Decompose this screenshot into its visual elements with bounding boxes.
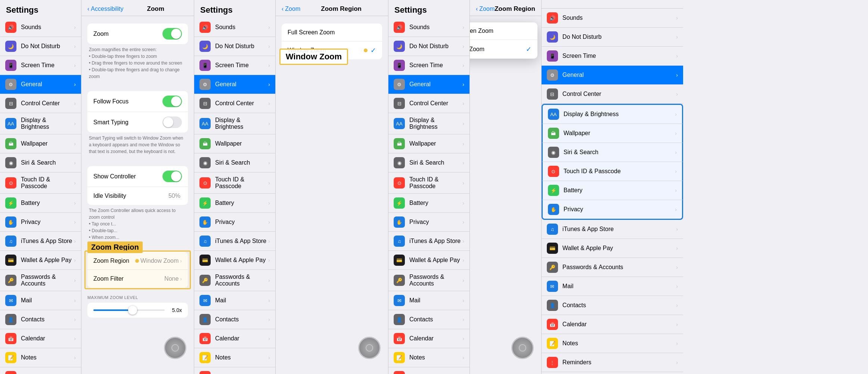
sidebar-item-control-center[interactable]: ⊟Control Center› bbox=[0, 94, 81, 113]
overlay-item-reminders[interactable]: ⋮Reminders› bbox=[542, 353, 683, 372]
follow-focus-row[interactable]: Follow Focus bbox=[87, 91, 188, 112]
sidebar-item-do-not-disturb[interactable]: 🌙Do Not Disturb› bbox=[388, 37, 469, 56]
overlay-item-control-center[interactable]: ⊟Control Center› bbox=[542, 85, 683, 104]
sidebar-item-general[interactable]: ⚙General› bbox=[388, 75, 469, 94]
sidebar-item-notes[interactable]: 📝Notes› bbox=[0, 348, 81, 367]
slider-thumb[interactable] bbox=[128, 306, 137, 315]
sidebar-item-touch-id[interactable]: ⊙Touch ID & Passcode› bbox=[0, 172, 81, 194]
smart-typing-toggle[interactable] bbox=[162, 116, 182, 128]
overlay-item-mail[interactable]: ✉Mail› bbox=[542, 277, 683, 296]
overlay-item-passwords[interactable]: 🔑Passwords & Accounts› bbox=[542, 258, 683, 277]
sidebar-item-siri-search[interactable]: ◉Siri & Search› bbox=[0, 153, 81, 172]
sidebar-item-wallet[interactable]: 💳Wallet & Apple Pay› bbox=[194, 251, 275, 270]
sidebar-item-display-brightness[interactable]: AADisplay & Brightness› bbox=[0, 113, 81, 134]
sidebar-item-control-center[interactable]: ⊟Control Center› bbox=[194, 94, 275, 113]
sidebar-3: Settings 🔊Sounds›🌙Do Not Disturb›📱Screen… bbox=[388, 0, 470, 374]
nav-back-3[interactable]: ‹ Zoom bbox=[476, 6, 495, 12]
zoom-region-row[interactable]: Zoom Region Window Zoom › bbox=[87, 252, 188, 270]
sidebar-item-contacts[interactable]: 👤Contacts› bbox=[0, 310, 81, 329]
sidebar-item-calendar[interactable]: 📅Calendar› bbox=[0, 329, 81, 348]
sidebar-item-mail[interactable]: ✉Mail› bbox=[194, 291, 275, 310]
sidebar-item-do-not-disturb[interactable]: 🌙Do Not Disturb› bbox=[194, 37, 275, 56]
sidebar-item-mail[interactable]: ✉Mail› bbox=[0, 291, 81, 310]
sidebar-item-touch-id[interactable]: ⊙Touch ID & Passcode› bbox=[388, 172, 469, 194]
sidebar-item-calendar[interactable]: 📅Calendar› bbox=[388, 329, 469, 348]
follow-focus-toggle[interactable] bbox=[162, 96, 182, 107]
sidebar-item-itunes[interactable]: ♫iTunes & App Store› bbox=[194, 232, 275, 251]
overlay-item-privacy[interactable]: ✋Privacy› bbox=[542, 200, 683, 220]
nav-back-1[interactable]: ‹ Accessibility bbox=[87, 6, 123, 12]
dropdown-full-screen[interactable]: Full Screen Zoom bbox=[470, 22, 537, 40]
sidebar-item-wallpaper[interactable]: 🏔Wallpaper› bbox=[388, 134, 469, 153]
sidebar-item-general[interactable]: ⚙General› bbox=[0, 75, 81, 94]
overlay-item-touch-id[interactable]: ⊙Touch ID & Passcode› bbox=[542, 162, 683, 181]
overlay-item-screen-time[interactable]: 📱Screen Time› bbox=[542, 47, 683, 66]
sidebar-item-control-center[interactable]: ⊟Control Center› bbox=[388, 94, 469, 113]
overlay-item-display-brightness[interactable]: AADisplay & Brightness› bbox=[542, 104, 683, 124]
overlay-item-do-not-disturb[interactable]: 🌙Do Not Disturb› bbox=[542, 28, 683, 47]
overlay-item-siri-search[interactable]: ◉Siri & Search› bbox=[542, 143, 683, 162]
show-controller-row[interactable]: Show Controller bbox=[87, 166, 188, 187]
sidebar-item-battery[interactable]: ⚡Battery› bbox=[388, 194, 469, 213]
zoom-toggle[interactable] bbox=[162, 28, 182, 40]
sidebar-item-reminders[interactable]: ⋮Reminders› bbox=[194, 367, 275, 374]
overlay-item-general[interactable]: ⚙General› bbox=[542, 66, 683, 85]
overlay-item-contacts[interactable]: 👤Contacts› bbox=[542, 296, 683, 315]
zoom-region-label: Zoom Region bbox=[93, 258, 135, 264]
idle-visibility-row[interactable]: Idle Visibility 50% bbox=[87, 187, 188, 205]
zoom-region-dropdown[interactable]: Full Screen Zoom Window Zoom ✓ bbox=[470, 22, 537, 59]
sidebar-item-privacy[interactable]: ✋Privacy› bbox=[194, 213, 275, 232]
overlay-item-wallpaper[interactable]: 🏔Wallpaper› bbox=[542, 124, 683, 143]
sidebar-arrow-privacy: › bbox=[74, 219, 76, 225]
sidebar-item-siri-search[interactable]: ◉Siri & Search› bbox=[388, 153, 469, 172]
sidebar-item-contacts[interactable]: 👤Contacts› bbox=[388, 310, 469, 329]
sidebar-item-general[interactable]: ⚙General› bbox=[194, 75, 275, 94]
sidebar-item-passwords[interactable]: 🔑Passwords & Accounts› bbox=[194, 270, 275, 291]
sidebar-item-passwords[interactable]: 🔑Passwords & Accounts› bbox=[388, 270, 469, 291]
sidebar-item-wallet[interactable]: 💳Wallet & Apple Pay› bbox=[0, 251, 81, 270]
full-screen-zoom-row[interactable]: Full Screen Zoom bbox=[282, 24, 382, 41]
sidebar-item-screen-time[interactable]: 📱Screen Time› bbox=[194, 56, 275, 75]
sidebar-item-calendar[interactable]: 📅Calendar› bbox=[194, 329, 275, 348]
sidebar-item-mail[interactable]: ✉Mail› bbox=[388, 291, 469, 310]
zoom-filter-row[interactable]: Zoom Filter None › bbox=[87, 270, 188, 288]
sidebar-item-notes[interactable]: 📝Notes› bbox=[194, 348, 275, 367]
overlay-item-calendar[interactable]: 📅Calendar› bbox=[542, 315, 683, 334]
sidebar-item-do-not-disturb[interactable]: 🌙Do Not Disturb› bbox=[0, 37, 81, 56]
dropdown-window-zoom[interactable]: Window Zoom ✓ bbox=[470, 40, 537, 59]
slider-track[interactable] bbox=[93, 309, 165, 311]
sidebar-item-wallpaper[interactable]: 🏔Wallpaper› bbox=[194, 134, 275, 153]
nav-back-2[interactable]: ‹ Zoom bbox=[282, 6, 300, 12]
sidebar-item-reminders[interactable]: ⋮Reminders› bbox=[388, 367, 469, 374]
sidebar-item-sounds[interactable]: 🔊Sounds› bbox=[0, 18, 81, 37]
sidebar-item-battery[interactable]: ⚡Battery› bbox=[0, 194, 81, 213]
sidebar-item-passwords[interactable]: 🔑Passwords & Accounts› bbox=[0, 270, 81, 291]
sidebar-item-display-brightness[interactable]: AADisplay & Brightness› bbox=[388, 113, 469, 134]
sidebar-item-wallpaper[interactable]: 🏔Wallpaper› bbox=[0, 134, 81, 153]
sidebar-item-itunes[interactable]: ♫iTunes & App Store› bbox=[388, 232, 469, 251]
sidebar-item-sounds[interactable]: 🔊Sounds› bbox=[388, 18, 469, 37]
sidebar-item-display-brightness[interactable]: AADisplay & Brightness› bbox=[194, 113, 275, 134]
overlay-item-wallet[interactable]: 💳Wallet & Apple Pay› bbox=[542, 239, 683, 258]
sidebar-item-sounds[interactable]: 🔊Sounds› bbox=[194, 18, 275, 37]
sidebar-item-screen-time[interactable]: 📱Screen Time› bbox=[0, 56, 81, 75]
smart-typing-row[interactable]: Smart Typing bbox=[87, 112, 188, 133]
sidebar-item-contacts[interactable]: 👤Contacts› bbox=[194, 310, 275, 329]
sidebar-item-touch-id[interactable]: ⊙Touch ID & Passcode› bbox=[194, 172, 275, 194]
sidebar-item-privacy[interactable]: ✋Privacy› bbox=[388, 213, 469, 232]
sidebar-item-wallet[interactable]: 💳Wallet & Apple Pay› bbox=[388, 251, 469, 270]
sidebar-item-battery[interactable]: ⚡Battery› bbox=[194, 194, 275, 213]
show-controller-group: Show Controller Idle Visibility 50% bbox=[87, 166, 188, 205]
sidebar-item-notes[interactable]: 📝Notes› bbox=[388, 348, 469, 367]
overlay-item-notes[interactable]: 📝Notes› bbox=[542, 334, 683, 353]
sidebar-item-siri-search[interactable]: ◉Siri & Search› bbox=[194, 153, 275, 172]
sidebar-item-itunes[interactable]: ♫iTunes & App Store› bbox=[0, 232, 81, 251]
overlay-item-sounds[interactable]: 🔊Sounds› bbox=[542, 9, 683, 28]
sidebar-item-screen-time[interactable]: 📱Screen Time› bbox=[388, 56, 469, 75]
overlay-item-itunes[interactable]: ♫iTunes & App Store› bbox=[542, 220, 683, 239]
overlay-item-battery[interactable]: ⚡Battery› bbox=[542, 181, 683, 200]
sidebar-item-reminders[interactable]: ⋮Reminders› bbox=[0, 367, 81, 374]
show-controller-toggle[interactable] bbox=[162, 171, 182, 182]
zoom-row[interactable]: Zoom bbox=[87, 24, 188, 44]
sidebar-item-privacy[interactable]: ✋Privacy› bbox=[0, 213, 81, 232]
